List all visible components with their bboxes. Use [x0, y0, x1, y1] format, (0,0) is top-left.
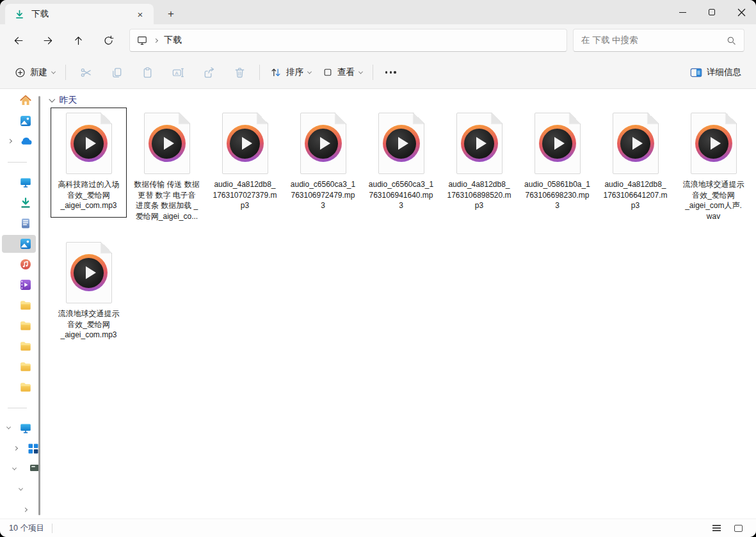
- audio-file-icon: [613, 113, 659, 174]
- cut-button[interactable]: [70, 61, 101, 84]
- file-item[interactable]: audio_4a812db8_ 1763107027379.m p3: [207, 108, 283, 218]
- file-item[interactable]: 流浪地球交通提示 音效_爱给网 _aigei_com.mp3: [51, 237, 127, 347]
- sidebar-item-gallery[interactable]: [0, 111, 41, 131]
- more-options-button[interactable]: [378, 71, 404, 73]
- sidebar-item-onedrive[interactable]: [0, 131, 41, 152]
- view-button[interactable]: 查看: [317, 61, 368, 84]
- play-badge-icon: [70, 254, 108, 291]
- file-name: audio_4a812db8_ 1763106641207.m p3: [603, 179, 667, 211]
- delete-button[interactable]: [224, 61, 255, 84]
- file-item[interactable]: audio_05861b0a_1 763106698230.mp 3: [519, 108, 595, 218]
- back-button[interactable]: [7, 29, 29, 51]
- file-item[interactable]: audio_4a812db8_ 1763106898520.m p3: [441, 108, 517, 218]
- breadcrumb-downloads[interactable]: 下载: [164, 35, 182, 46]
- sidebar-item-tree-1[interactable]: [0, 459, 41, 479]
- refresh-button[interactable]: [97, 29, 119, 51]
- this-pc-icon: [136, 35, 148, 46]
- folder-icon: [19, 381, 32, 394]
- audio-file-icon: [66, 113, 112, 174]
- sidebar-item-downloads[interactable]: [0, 193, 41, 213]
- rename-button[interactable]: A: [163, 61, 193, 84]
- tab-title: 下载: [31, 8, 133, 20]
- forward-button[interactable]: [37, 29, 59, 51]
- audio-file-icon: [144, 113, 190, 174]
- details-button[interactable]: 详细信息: [684, 61, 747, 84]
- file-item[interactable]: audio_4a812db8_ 1763106641207.m p3: [597, 108, 673, 218]
- details-button-label: 详细信息: [707, 67, 741, 78]
- new-tab-button[interactable]: +: [163, 6, 179, 22]
- maximize-icon: [709, 9, 715, 15]
- expand-chevron-icon[interactable]: [23, 508, 28, 512]
- sidebar-item-desktop[interactable]: [0, 172, 41, 193]
- large-icons-view-toggle[interactable]: [729, 521, 747, 535]
- copy-button[interactable]: [101, 61, 132, 84]
- file-item[interactable]: 高科技路过的入场 音效_爱给网 _aigei_com.mp3: [51, 108, 127, 218]
- sidebar-item-folder-2[interactable]: [0, 316, 41, 336]
- tab-downloads[interactable]: 下载 ×: [5, 4, 154, 24]
- tab-strip: 下载 × +: [0, 0, 756, 24]
- sidebar-item-folder-4[interactable]: [0, 357, 41, 377]
- expand-chevron-icon[interactable]: [8, 139, 12, 143]
- sidebar-item-folder-5[interactable]: [0, 377, 41, 397]
- documents-icon: [19, 217, 32, 230]
- svg-text:A: A: [175, 70, 179, 76]
- group-header-label: 昨天: [60, 95, 77, 106]
- audio-file-icon: [66, 242, 112, 303]
- play-badge-icon: [695, 125, 732, 162]
- sidebar-item-music[interactable]: [0, 254, 41, 275]
- window-controls: [668, 0, 756, 24]
- folder-icon: [19, 299, 32, 312]
- audio-file-icon: [535, 113, 581, 174]
- collapse-chevron-icon[interactable]: [12, 466, 17, 470]
- cut-icon: [80, 67, 92, 79]
- forward-icon: [43, 35, 54, 46]
- sidebar-item-videos[interactable]: [0, 275, 41, 295]
- group-collapse-chevron-icon[interactable]: [49, 96, 55, 102]
- file-item[interactable]: 数据传输 传送 数据 更替 数字 电子音 进度条 数据加载 _ 爱给网_aige…: [129, 108, 205, 228]
- search-icon: [727, 36, 736, 45]
- file-grid: 高科技路过的入场 音效_爱给网 _aigei_com.mp3 数据传输 传送 数…: [42, 106, 756, 347]
- file-name: audio_c6560ca3_1 763106941640.mp 3: [369, 179, 433, 211]
- file-item[interactable]: 流浪地球交通提示 音效_爱给网 _aigei_com人声. wav: [675, 108, 752, 228]
- up-button[interactable]: [67, 29, 89, 51]
- file-item[interactable]: audio_c6560ca3_1 763106972479.mp 3: [285, 108, 361, 218]
- play-badge-icon: [461, 125, 498, 162]
- collapse-chevron-icon[interactable]: [19, 486, 23, 491]
- new-button[interactable]: 新建: [9, 61, 61, 84]
- sidebar-item-folder-3[interactable]: [0, 336, 41, 357]
- sidebar-item-documents[interactable]: [0, 213, 41, 234]
- close-icon: [737, 8, 746, 17]
- toolbar-separator: [373, 65, 373, 80]
- network-icon: [27, 442, 40, 455]
- sidebar-item-home[interactable]: [0, 90, 41, 111]
- collapse-chevron-icon[interactable]: [6, 425, 11, 429]
- minimize-button[interactable]: [668, 0, 697, 24]
- sidebar-item-this-pc[interactable]: [0, 418, 41, 438]
- sidebar-scrollbar[interactable]: [38, 96, 40, 515]
- paste-button[interactable]: [132, 61, 163, 84]
- audio-file-icon: [456, 113, 503, 174]
- play-badge-icon: [70, 125, 108, 162]
- status-separator: [52, 524, 52, 533]
- maximize-button[interactable]: [697, 0, 727, 24]
- rename-icon: A: [172, 67, 184, 79]
- list-view-toggle[interactable]: [707, 521, 725, 535]
- sidebar-item-folder-1[interactable]: [0, 295, 41, 316]
- sidebar-item-tree-2[interactable]: [0, 479, 41, 500]
- file-item[interactable]: audio_c6560ca3_1 763106941640.mp 3: [363, 108, 439, 218]
- sidebar-item-tree-3[interactable]: [0, 500, 41, 518]
- group-header-yesterday: 昨天: [42, 90, 756, 106]
- download-icon: [14, 9, 25, 20]
- sidebar-item-network[interactable]: [0, 438, 41, 459]
- folder-icon: [19, 340, 32, 353]
- new-chevron-icon: [51, 69, 56, 74]
- play-badge-icon: [383, 125, 420, 162]
- share-button[interactable]: [193, 61, 224, 84]
- sort-button[interactable]: 排序: [264, 61, 317, 84]
- tab-close-button[interactable]: ×: [133, 7, 147, 21]
- address-bar[interactable]: 下载: [129, 29, 567, 52]
- close-button[interactable]: [727, 0, 756, 24]
- expand-chevron-icon[interactable]: [13, 446, 18, 451]
- sidebar-item-pictures[interactable]: [0, 234, 41, 254]
- search-box[interactable]: 在 下载 中搜索: [573, 29, 744, 52]
